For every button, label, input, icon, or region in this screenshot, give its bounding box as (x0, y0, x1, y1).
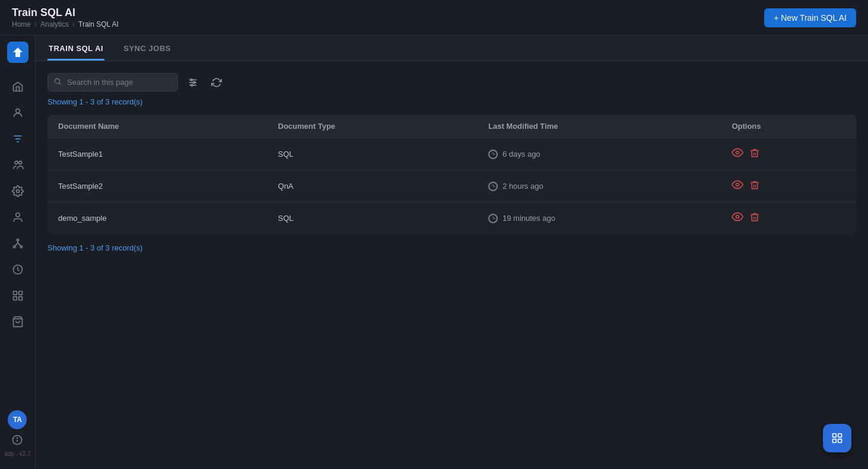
breadcrumb-home[interactable]: Home (12, 20, 31, 28)
version-label: adp - v2.7 (4, 451, 30, 457)
svg-point-25 (191, 84, 193, 86)
view-icon[interactable] (732, 147, 743, 161)
breadcrumb: Home › Analytics › Train SQL AI (12, 20, 119, 28)
sidebar-bottom: TA adp - v2.7 (4, 410, 30, 463)
search-input-wrap (47, 73, 178, 91)
cell-options (721, 138, 856, 170)
refresh-button[interactable] (208, 74, 225, 91)
cell-doc-name: demo_sample (47, 202, 268, 235)
history-icon (12, 264, 24, 275)
page-content: Showing 1 - 3 of 3 record(s) Document Na… (36, 61, 868, 469)
search-input[interactable] (47, 73, 178, 91)
network-icon (12, 237, 24, 249)
sidebar-item-filter[interactable] (5, 127, 31, 151)
info-icon[interactable] (11, 434, 23, 446)
cell-doc-type: SQL (268, 138, 478, 170)
refresh-icon (211, 77, 222, 88)
search-bar-row (47, 73, 856, 91)
records-label-bottom[interactable]: Showing 1 - 3 of 3 record(s) (47, 243, 856, 252)
time-label: 2 hours ago (503, 182, 543, 191)
col-document-type: Document Type (268, 115, 478, 138)
svg-rect-12 (13, 297, 17, 300)
sidebar: TA adp - v2.7 (0, 36, 36, 469)
svg-rect-29 (833, 434, 837, 438)
records-label-top[interactable]: Showing 1 - 3 of 3 record(s) (47, 97, 856, 106)
sidebar-item-settings[interactable] (5, 179, 31, 203)
tabs-bar: TRAIN SQL AI SYNC JOBS (36, 36, 868, 61)
cell-doc-type: QnA (268, 170, 478, 202)
breadcrumb-analytics[interactable]: Analytics (40, 20, 69, 28)
svg-point-4 (16, 190, 19, 193)
sidebar-item-home[interactable] (5, 75, 31, 99)
new-train-sql-button[interactable]: + New Train SQL AI (764, 8, 856, 27)
time-label: 6 days ago (503, 150, 540, 159)
svg-rect-31 (833, 439, 837, 443)
data-icon (12, 290, 24, 302)
delete-icon[interactable] (749, 180, 760, 193)
sidebar-item-person[interactable] (5, 205, 31, 229)
main-layout: TA adp - v2.7 TRAIN SQL AI SYNC JOBS (0, 36, 868, 469)
clock-icon (488, 214, 498, 223)
svg-point-24 (193, 81, 195, 83)
fab-button[interactable] (823, 424, 851, 452)
cell-doc-type: SQL (268, 202, 478, 235)
delete-icon[interactable] (749, 212, 760, 225)
svg-point-1 (15, 109, 20, 113)
svg-rect-11 (18, 291, 22, 295)
svg-point-23 (190, 79, 192, 81)
view-icon[interactable] (732, 179, 743, 194)
svg-point-5 (15, 213, 20, 217)
sidebar-item-network[interactable] (5, 232, 31, 255)
bag-icon (12, 316, 24, 328)
breadcrumb-chevron1: › (34, 20, 37, 28)
sidebar-item-data[interactable] (5, 284, 31, 308)
tab-sync-jobs[interactable]: SYNC JOBS (122, 36, 172, 61)
filter-icon (12, 133, 24, 145)
svg-rect-13 (18, 297, 22, 300)
tab-train-sql-ai[interactable]: TRAIN SQL AI (47, 36, 104, 61)
cell-options (721, 170, 856, 202)
filter-options-button[interactable] (184, 74, 202, 91)
cell-last-modified: 19 minutes ago (478, 202, 721, 235)
filter-sliders-icon (187, 77, 198, 88)
cell-options (721, 202, 856, 235)
clock-icon (488, 150, 498, 159)
cell-last-modified: 2 hours ago (478, 170, 721, 202)
group-icon (12, 159, 24, 171)
user-icon (12, 107, 24, 119)
svg-point-8 (20, 246, 22, 248)
svg-rect-32 (838, 439, 842, 443)
person-icon (12, 211, 24, 223)
delete-icon[interactable] (749, 148, 760, 161)
svg-point-3 (18, 161, 21, 164)
svg-rect-30 (838, 434, 842, 438)
sidebar-item-history[interactable] (5, 258, 31, 281)
table-body: TestSample1 SQL 6 days ago (47, 138, 856, 235)
svg-point-27 (736, 183, 739, 186)
app-logo[interactable] (7, 42, 28, 63)
view-icon[interactable] (732, 211, 743, 226)
svg-point-6 (17, 239, 18, 241)
clock-icon (488, 182, 498, 191)
breadcrumb-chevron2: › (72, 20, 75, 28)
avatar[interactable]: TA (8, 410, 27, 429)
header-left: Train SQL AI Home › Analytics › Train SQ… (12, 7, 119, 28)
table-header: Document Name Document Type Last Modifie… (47, 115, 856, 138)
time-label: 19 minutes ago (503, 214, 555, 223)
top-header: Train SQL AI Home › Analytics › Train SQ… (0, 0, 868, 36)
cell-doc-name: TestSample2 (47, 170, 268, 202)
settings-icon (12, 185, 24, 197)
breadcrumb-current: Train SQL AI (78, 20, 119, 28)
table-row: TestSample1 SQL 6 days ago (47, 138, 856, 170)
page-title: Train SQL AI (12, 7, 119, 19)
sidebar-item-user[interactable] (5, 101, 31, 125)
cell-last-modified: 6 days ago (478, 138, 721, 170)
col-options: Options (721, 115, 856, 138)
sidebar-item-group[interactable] (5, 153, 31, 177)
col-last-modified: Last Modified Time (478, 115, 721, 138)
cell-doc-name: TestSample1 (47, 138, 268, 170)
sidebar-item-bag[interactable] (5, 310, 31, 334)
svg-point-2 (15, 161, 18, 164)
svg-point-7 (13, 246, 15, 248)
data-table: Document Name Document Type Last Modifie… (47, 115, 856, 234)
